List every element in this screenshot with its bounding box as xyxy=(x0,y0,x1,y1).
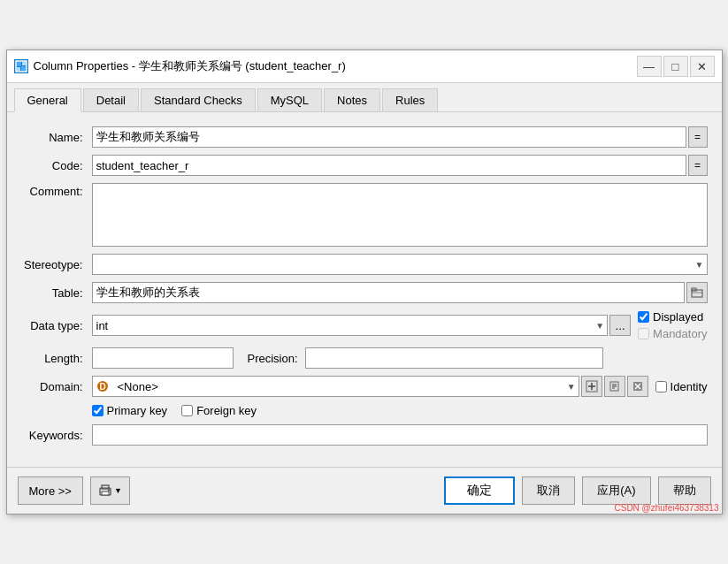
domain-label: Domain: xyxy=(21,380,92,393)
svg-rect-3 xyxy=(17,67,20,71)
comment-label: Comment: xyxy=(21,183,92,198)
code-input[interactable] xyxy=(92,155,686,176)
tab-content-general: Name: = Code: = Comment: Stereotype: ▼ xyxy=(7,112,722,467)
name-eq-button[interactable]: = xyxy=(688,126,708,148)
mandatory-label: Mandatory xyxy=(653,327,707,340)
identity-checkbox-item: Identity xyxy=(655,380,708,393)
table-input[interactable] xyxy=(92,282,685,303)
length-label: Length: xyxy=(21,352,92,365)
keywords-input[interactable] xyxy=(92,424,708,446)
table-browse-button[interactable] xyxy=(686,282,708,303)
domain-row: Domain: D <None> ▼ xyxy=(21,376,708,397)
svg-rect-22 xyxy=(102,492,109,495)
maximize-button[interactable]: □ xyxy=(663,56,688,77)
tab-notes[interactable]: Notes xyxy=(324,88,380,111)
domain-new-button[interactable] xyxy=(581,376,602,397)
keys-row: Primary key Foreign key xyxy=(21,404,708,417)
tab-general[interactable]: General xyxy=(14,88,81,112)
tab-standard-checks[interactable]: Standard Checks xyxy=(141,88,256,111)
foreign-key-checkbox[interactable] xyxy=(181,405,193,416)
titlebar: Column Properties - 学生和教师关系编号 (student_t… xyxy=(7,50,722,83)
displayed-checkbox-item: Displayed xyxy=(638,310,707,324)
identity-label: Identity xyxy=(671,380,708,393)
column-properties-window: Column Properties - 学生和教师关系编号 (student_t… xyxy=(6,50,723,514)
datatype-label: Data type: xyxy=(21,319,92,332)
stereotype-label: Stereotype: xyxy=(21,258,92,271)
length-precision-row: Length: Precision: xyxy=(21,347,708,369)
print-arrow-icon: ▼ xyxy=(114,486,122,495)
apply-button[interactable]: 应用(A) xyxy=(582,476,650,505)
print-button[interactable]: ▼ xyxy=(90,476,130,505)
identity-checkbox[interactable] xyxy=(655,381,667,393)
svg-rect-2 xyxy=(22,62,26,65)
titlebar-left: Column Properties - 学生和教师关系编号 (student_t… xyxy=(14,58,346,74)
minimize-button[interactable]: — xyxy=(637,56,662,77)
domain-select[interactable]: <None> xyxy=(92,376,579,397)
tab-rules[interactable]: Rules xyxy=(382,88,438,111)
svg-rect-21 xyxy=(102,485,109,489)
displayed-checkbox[interactable] xyxy=(638,311,649,323)
ok-button[interactable]: 确定 xyxy=(444,476,515,505)
tab-mysql[interactable]: MySQL xyxy=(257,88,322,111)
stereotype-select-wrapper: ▼ xyxy=(92,254,708,275)
table-label: Table: xyxy=(21,286,92,300)
keywords-row: Keywords: xyxy=(21,424,708,446)
help-button[interactable]: 帮助 xyxy=(658,476,711,505)
footer: More >> ▼ 确定 取消 应用(A) 帮助 xyxy=(7,467,722,514)
table-row: Table: xyxy=(21,282,708,303)
titlebar-buttons: — □ ✕ xyxy=(637,56,715,77)
print-icon xyxy=(98,484,112,497)
foreign-key-checkbox-item: Foreign key xyxy=(181,404,257,417)
stereotype-row: Stereotype: ▼ xyxy=(21,254,708,275)
svg-rect-1 xyxy=(17,62,21,66)
datatype-select[interactable]: int varchar char bigint xyxy=(92,315,609,336)
tab-detail[interactable]: Detail xyxy=(83,88,139,111)
precision-label: Precision: xyxy=(248,352,298,365)
code-label: Code: xyxy=(21,159,92,172)
datatype-row: Data type: int varchar char bigint ▼ ...… xyxy=(21,310,708,340)
code-eq-button[interactable]: = xyxy=(688,155,708,176)
primary-key-label: Primary key xyxy=(107,404,168,417)
mandatory-checkbox[interactable] xyxy=(638,328,649,339)
length-input[interactable] xyxy=(92,347,234,369)
mandatory-checkbox-item: Mandatory xyxy=(638,327,707,340)
keywords-label: Keywords: xyxy=(21,429,92,442)
svg-rect-4 xyxy=(21,66,26,71)
svg-point-23 xyxy=(108,490,110,492)
name-label: Name: xyxy=(21,131,92,144)
name-input[interactable] xyxy=(92,126,686,148)
displayed-label: Displayed xyxy=(653,310,703,324)
tabs-bar: General Detail Standard Checks MySQL Not… xyxy=(7,83,722,112)
window-icon xyxy=(14,59,28,73)
datatype-select-wrapper: int varchar char bigint ▼ xyxy=(92,315,609,336)
window-title: Column Properties - 学生和教师关系编号 (student_t… xyxy=(34,58,346,74)
more-button-group: More >> xyxy=(18,476,83,505)
primary-key-checkbox-item: Primary key xyxy=(92,404,168,417)
code-row: Code: = xyxy=(21,155,708,176)
primary-key-checkbox[interactable] xyxy=(92,405,103,416)
domain-edit-button[interactable] xyxy=(604,376,625,397)
stereotype-select[interactable] xyxy=(92,254,708,275)
comment-row: Comment: xyxy=(21,183,708,247)
precision-input[interactable] xyxy=(305,347,603,369)
name-row: Name: = xyxy=(21,126,708,148)
right-checkboxes: Displayed Mandatory xyxy=(638,310,707,340)
foreign-key-label: Foreign key xyxy=(196,404,257,417)
close-button[interactable]: ✕ xyxy=(690,56,715,77)
cancel-button[interactable]: 取消 xyxy=(522,476,575,505)
comment-textarea[interactable] xyxy=(92,183,708,247)
more-button[interactable]: More >> xyxy=(18,476,83,505)
domain-select-wrapper: D <None> ▼ xyxy=(92,376,579,397)
domain-clear-button[interactable] xyxy=(627,376,648,397)
datatype-dots-button[interactable]: ... xyxy=(609,315,631,336)
